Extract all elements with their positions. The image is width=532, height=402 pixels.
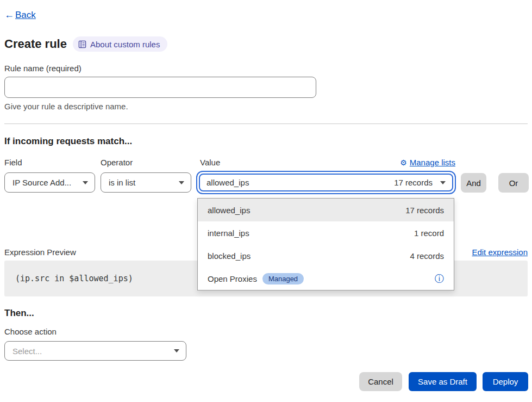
choose-action-label: Choose action (4, 327, 57, 336)
chevron-down-icon (440, 181, 446, 184)
cancel-button[interactable]: Cancel (359, 372, 402, 391)
deploy-button[interactable]: Deploy (483, 372, 528, 391)
section-divider (4, 123, 528, 124)
value-select-focus-ring: allowed_ips 17 records (196, 171, 456, 194)
dropdown-item-internal-ips[interactable]: internal_ips 1 record (198, 221, 454, 244)
field-label: Field (4, 158, 22, 167)
about-custom-rules-link[interactable]: About custom rules (73, 36, 167, 52)
back-link-label: Back (15, 10, 36, 21)
action-select-placeholder: Select... (12, 347, 42, 356)
list-record-count: 4 records (410, 251, 444, 261)
field-select[interactable]: IP Source Add... (4, 172, 95, 193)
edit-expression-link[interactable]: Edit expression (472, 248, 528, 257)
create-rule-page: ← Back Create rule About custom rules Ru… (0, 0, 532, 402)
chevron-down-icon (83, 181, 88, 184)
list-name: blocked_ips (208, 251, 251, 261)
gear-icon: ⚙ (400, 158, 407, 167)
expression-code: (ip.src in $allowed_ips) (15, 274, 133, 283)
list-name: Open Proxies (208, 274, 257, 283)
back-arrow-icon: ← (4, 9, 14, 21)
match-heading: If incoming requests match... (4, 136, 132, 147)
back-link[interactable]: ← Back (4, 9, 36, 21)
page-title: Create rule (4, 37, 67, 51)
operator-select[interactable]: is in list (101, 172, 191, 193)
list-name: internal_ips (208, 228, 249, 238)
then-heading: Then... (4, 308, 34, 319)
list-record-count: 17 records (405, 206, 444, 215)
list-name: allowed_ips (208, 206, 250, 215)
about-badge-label: About custom rules (90, 40, 160, 49)
rule-name-label: Rule name (required) (4, 64, 82, 73)
dropdown-item-open-proxies[interactable]: Open Proxies Managed ⓘ (198, 267, 454, 290)
and-button[interactable]: And (461, 173, 486, 193)
save-as-draft-button[interactable]: Save as Draft (409, 372, 477, 391)
action-select[interactable]: Select... (4, 341, 186, 361)
dropdown-item-blocked-ips[interactable]: blocked_ips 4 records (198, 244, 454, 267)
rule-name-input[interactable] (4, 77, 316, 98)
or-button[interactable]: Or (498, 173, 529, 193)
value-select-value: allowed_ips (206, 178, 249, 187)
manage-lists-label: Manage lists (410, 158, 455, 167)
expression-preview-label: Expression Preview (4, 248, 76, 257)
value-dropdown-panel: allowed_ips 17 records internal_ips 1 re… (197, 198, 454, 290)
chevron-down-icon (179, 181, 184, 184)
manage-lists-link[interactable]: ⚙ Manage lists (400, 158, 455, 167)
field-select-value: IP Source Add... (12, 178, 71, 187)
info-icon[interactable]: ⓘ (435, 274, 444, 283)
rule-name-helper: Give your rule a descriptive name. (4, 102, 128, 111)
chevron-down-icon (174, 349, 179, 352)
value-select[interactable]: allowed_ips 17 records (199, 174, 453, 191)
operator-label: Operator (101, 158, 133, 167)
list-record-count: 1 record (414, 228, 444, 238)
dropdown-item-allowed-ips[interactable]: allowed_ips 17 records (198, 199, 454, 221)
value-select-count: 17 records (394, 178, 433, 187)
managed-badge: Managed (262, 273, 304, 285)
value-label: Value (200, 158, 220, 167)
operator-select-value: is in list (109, 178, 135, 187)
book-icon (78, 40, 86, 48)
